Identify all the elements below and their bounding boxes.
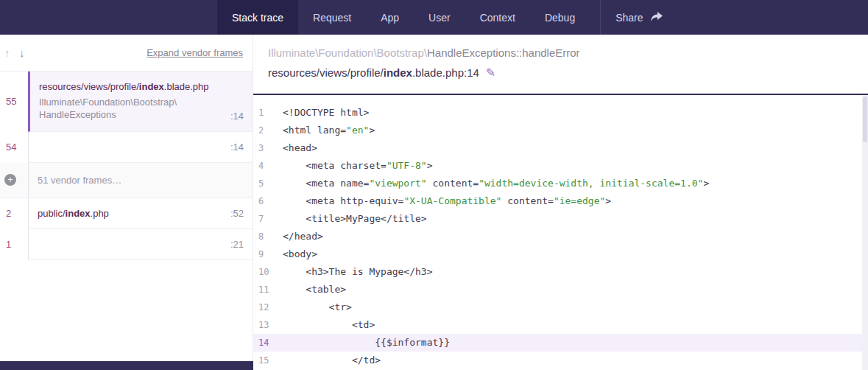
frame-meta-line: :14: [38, 142, 244, 153]
code-line-number: 13: [253, 316, 283, 334]
sidebar-card: ↑ ↓ Expand vendor frames 55resources/vie…: [0, 35, 253, 361]
tab-context[interactable]: Context: [465, 0, 530, 35]
frame-body: :14: [28, 132, 253, 163]
frame-number: 54: [0, 132, 28, 163]
frame-file-path: resources/views/profile/index.blade.php: [39, 81, 209, 92]
exception-method: Illuminate\Foundation\Bootstrap\HandleEx…: [268, 46, 853, 59]
frame-nav-arrows: ↑ ↓: [1, 46, 27, 60]
navbar-tabs: Stack traceRequestAppUserContextDebug: [217, 0, 590, 35]
frame-number: 1: [0, 229, 28, 260]
frame-body: resources/views/profile/index.blade.phpI…: [28, 71, 253, 132]
stack-trace-sidebar: ↑ ↓ Expand vendor frames 55resources/vie…: [0, 35, 253, 370]
code-line: 10 <h3>The is Mypage</h3>: [253, 263, 868, 281]
code-line-text: {{$informat}}: [283, 334, 450, 352]
exception-namespace: Illuminate\Foundation\Bootstrap\: [268, 46, 427, 59]
code-line-text: <table>: [283, 281, 346, 299]
share-icon: [650, 12, 663, 23]
code-line: 15 </td>: [253, 352, 868, 369]
frame-body: public/index.php:52: [28, 198, 253, 229]
vendor-gutter: +: [0, 163, 28, 198]
file-path: resources/views/profile/index.blade.php:…: [268, 66, 853, 80]
code-viewer: 1<!DOCTYPE html>2<html lang="en">3<head>…: [253, 94, 868, 370]
code-line-number: 14: [253, 334, 283, 352]
code-line-number: 9: [253, 245, 283, 263]
code-line-text: <body>: [283, 245, 317, 263]
code-line-text: <title>MyPage</title>: [283, 210, 427, 228]
frame-meta-line: Illuminate\Foundation\Bootstrap\HandleEx…: [39, 97, 244, 122]
code-scrollbar[interactable]: [862, 95, 868, 370]
code-line: 12 <tr>: [253, 299, 868, 316]
code-line-number: 1: [253, 104, 283, 122]
code-line-highlighted: 14 {{$informat}}: [253, 334, 868, 352]
stack-frame-row[interactable]: 55resources/views/profile/index.blade.ph…: [0, 71, 253, 132]
stack-frame-row[interactable]: 2public/index.php:52: [0, 198, 253, 229]
frame-detail-header: Illuminate\Foundation\Bootstrap\HandleEx…: [253, 35, 868, 94]
file-path-name: index: [384, 66, 412, 79]
content-area: ↑ ↓ Expand vendor frames 55resources/vie…: [0, 35, 868, 370]
code-line-text: <td>: [283, 316, 375, 334]
code-line: 3<head>: [253, 139, 868, 157]
code-line-number: 7: [253, 210, 283, 228]
frame-detail-panel: Illuminate\Foundation\Bootstrap\HandleEx…: [253, 35, 868, 370]
previous-frame-arrow-icon[interactable]: ↑: [1, 46, 13, 59]
frame-line-number: :14: [230, 142, 244, 153]
next-frame-arrow-icon[interactable]: ↓: [16, 46, 28, 59]
code-line: 6 <meta http-equiv="X-UA-Compatible" con…: [253, 192, 868, 210]
code-line-number: 10: [253, 263, 283, 281]
code-line-text: </td>: [283, 352, 381, 369]
code-line: 5 <meta name="viewport" content="width=d…: [253, 175, 868, 192]
code-line-number: 8: [253, 228, 283, 245]
share-label: Share: [615, 12, 643, 24]
code-line-number: 4: [253, 157, 283, 175]
code-line-text: <tr>: [283, 299, 352, 316]
frame-number: 2: [0, 198, 28, 229]
code-line: 4 <meta charset="UTF-8">: [253, 157, 868, 175]
code-line: 13 <td>: [253, 316, 868, 334]
scrollbar-thumb[interactable]: [863, 97, 867, 142]
code-line-text: <meta http-equiv="X-UA-Compatible" conte…: [283, 192, 611, 210]
code-line: 11 <table>: [253, 281, 868, 299]
expand-plus-icon[interactable]: +: [4, 174, 16, 186]
expand-vendor-frames-link[interactable]: Expand vendor frames: [147, 47, 243, 58]
code-line-text: <meta name="viewport" content="width=dev…: [283, 175, 709, 192]
frame-class-name: Illuminate\Foundation\Bootstrap\HandleEx…: [39, 97, 214, 122]
stack-frame-row[interactable]: 1:21: [0, 229, 253, 260]
stack-frame-row[interactable]: 54:14: [0, 132, 253, 163]
tab-debug[interactable]: Debug: [530, 0, 590, 35]
vendor-frames-row[interactable]: +51 vendor frames…: [0, 163, 253, 198]
code-line-number: 11: [253, 281, 283, 299]
file-path-suffix: .blade.php:14: [412, 66, 479, 79]
exception-handler: HandleExceptions::handleError: [427, 46, 580, 59]
code-line: 7 <title>MyPage</title>: [253, 210, 868, 228]
frame-line-number: :21: [230, 239, 244, 250]
code-line-text: <meta charset="UTF-8">: [283, 157, 433, 175]
frame-line-number: :52: [230, 208, 244, 219]
file-path-prefix: resources/views/profile/: [268, 66, 384, 79]
edit-file-pencil-icon[interactable]: ✎: [486, 66, 495, 80]
tab-request[interactable]: Request: [298, 0, 366, 35]
code-line-number: 3: [253, 139, 283, 157]
code-line-number: 6: [253, 192, 283, 210]
frame-file-path: public/index.php: [38, 208, 109, 219]
code-line: 2<html lang="en">: [253, 122, 868, 139]
frame-body: :21: [28, 229, 253, 260]
tab-stack-trace[interactable]: Stack trace: [217, 0, 298, 35]
tab-user[interactable]: User: [414, 0, 465, 35]
frame-top-line: resources/views/profile/index.blade.php: [39, 81, 244, 92]
sidebar-header: ↑ ↓ Expand vendor frames: [0, 35, 253, 71]
code-line-number: 15: [253, 352, 283, 369]
code-line-text: <!DOCTYPE html>: [283, 104, 369, 122]
stack-frame-list: 55resources/views/profile/index.blade.ph…: [0, 71, 253, 260]
tab-app[interactable]: App: [366, 0, 414, 35]
code-line-number: 5: [253, 175, 283, 192]
code-line-text: </head>: [283, 228, 323, 245]
share-button[interactable]: Share: [601, 0, 677, 35]
vendor-frames-label: 51 vendor frames…: [28, 163, 253, 198]
code-line-text: <h3>The is Mypage</h3>: [283, 263, 433, 281]
code-line: 1<!DOCTYPE html>: [253, 104, 868, 122]
code-line-number: 2: [253, 122, 283, 139]
code-line-number: 12: [253, 299, 283, 316]
frame-top-line: public/index.php:52: [38, 208, 244, 219]
code-line-text: <html lang="en">: [283, 122, 375, 139]
code-line: 9<body>: [253, 245, 868, 263]
